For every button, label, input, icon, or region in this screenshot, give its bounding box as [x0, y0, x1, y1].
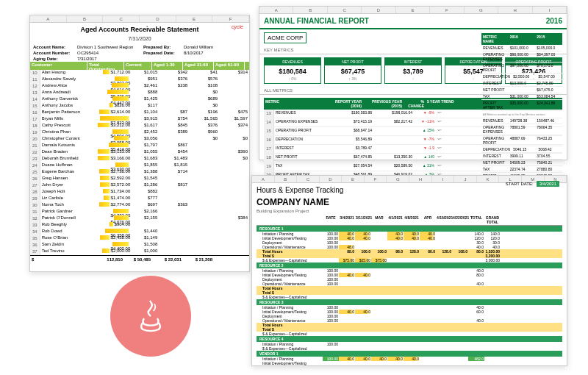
table-row[interactable]: 16Benjamin Patterson$2,614.00$1,104$87$1…	[30, 110, 249, 116]
side-row[interactable]: REVENUES$101,000.0$105,000.0	[481, 45, 562, 51]
table-header: RATE3/4/20213/11/2021MAR4/1/20214/8/2021…	[257, 215, 562, 226]
sheet-title: Aged Accounts Receivable Statement	[30, 23, 249, 36]
company-name[interactable]: ACME CORP	[264, 32, 306, 43]
table-row[interactable]: 23Deborah Brumfield$3,166.00$1,683$1,483…	[30, 156, 249, 162]
table-row[interactable]: 32Patrick O'Donnell$4,076.00$2,155$384	[30, 215, 249, 222]
sheet-date: 7/31/2020	[30, 36, 249, 44]
java-icon	[110, 276, 191, 357]
metric-card[interactable]: REVENUES$180,584↑ 0%	[264, 57, 321, 84]
side-row[interactable]: DEPRECIATION5046.155068.42	[481, 146, 562, 153]
table-row[interactable]: 33Rob Beeghly$904.00	[30, 222, 249, 229]
meta-row: Aging Date:7/31/2017	[30, 56, 249, 62]
table-row[interactable]: 19Christina Phan$4,504.00$2,452$389$960	[30, 129, 249, 136]
start-date: START DATE:3/4/2021	[506, 182, 559, 186]
side-row[interactable]: INTEREST3999.113704.55	[481, 153, 562, 160]
resource-header[interactable]: RESOURCE 3	[257, 299, 562, 305]
annual-financial-sheet: ABCDEFGHI ANNUAL FINANCIAL REPORT2016 AC…	[259, 6, 567, 160]
resource-header[interactable]: RESOURCE 2	[257, 262, 562, 268]
table-row[interactable]: 11Alexandre Savely$3,902.00$951$376$576	[30, 76, 249, 83]
table-row[interactable]: 22Dean Braden$3,133.00$1,055$454$390	[30, 149, 249, 156]
table-row[interactable]: 21Damala Kotsonis$5,414.00$1,797$867	[30, 143, 249, 149]
side-row[interactable]: INTEREST$13,000.0$2,745.80	[481, 80, 562, 87]
table-row[interactable]: 34Rob Dowd$6,358.00$1,440	[30, 229, 249, 235]
table-row[interactable]: 13Anna Andreadi$5,776.00$888$0	[30, 90, 249, 96]
resource-header[interactable]: RESOURCE 4	[257, 336, 562, 342]
table-row[interactable]: 10Alan Hwong$1,712.00$1,015$342$41$314	[30, 70, 249, 76]
side-row[interactable]: TAX22374.7427880.80	[481, 166, 562, 173]
table-row[interactable]: 29Liz Carlisle$1,474.00$777	[30, 196, 249, 202]
table-row[interactable]: 18Cathy Prescott$3,212.00$1,617$845$376$…	[30, 123, 249, 129]
side-row[interactable]: OPERATING EXPENSES$98,000.00$84,397.00	[481, 51, 562, 63]
table-row[interactable]: 36Sam Zeldin$4,400.00$1,508	[30, 242, 249, 249]
hours-expense-sheet: ABCDEFGHIJKLMN Hours & Expense Tracking …	[251, 175, 567, 366]
resource-header[interactable]: VENDOR 1	[257, 351, 562, 357]
side-row[interactable]: DEPRECIATION$2,500.00$5,547.00	[481, 74, 562, 80]
side-row[interactable]: REVENUES149728.38150487.46	[481, 118, 562, 124]
aged-accounts-sheet: ABCDEF cycle Aged Accounts Receivable St…	[29, 15, 250, 272]
table-header: Customer Total Outstanding Current Aged …	[30, 62, 249, 70]
side-row[interactable]: TAX$31,000.00$53,084.54	[481, 93, 562, 100]
data-row[interactable]: Initial Development/Testing	[257, 361, 562, 365]
table-row[interactable]: 15Anthony Jacobs$826.00$117$0	[30, 103, 249, 110]
side-row[interactable]: PROFIT AFTER TAX$35,000.00$24,341.88	[481, 100, 562, 111]
table-row[interactable]: 27John Dryer$2,572.00$1,286$817	[30, 182, 249, 189]
table-row[interactable]: 14Anthony Garverick$4,447.00$1,425$689	[30, 96, 249, 103]
side-row[interactable]: OPERATING EXPENSES78801.5978064.35	[481, 124, 562, 135]
table-row[interactable]: 25Eugene Barchas$2,736.00$1,388$714	[30, 169, 249, 176]
meta-row: Account Number:OC295414Prepared Date:8/1…	[30, 50, 249, 56]
resource-header[interactable]: RESOURCE 1	[257, 226, 562, 232]
column-headers: ABCDEFGHI	[259, 7, 567, 14]
table-row[interactable]: 20Christopher Conant$3,958.00$3,056$0$0	[30, 136, 249, 143]
table-row[interactable]: 28Joseph Holt$1,734.00$882	[30, 189, 249, 196]
metric-card[interactable]: INTEREST$3,789↑	[384, 57, 442, 84]
table-row[interactable]: 31Patrick Gardner$4,332.00$2,166	[30, 209, 249, 215]
table-row[interactable]: 17Bryan Mills$7,822.00$3,915$754$1,565$1…	[30, 116, 249, 123]
table-row[interactable]: 30Noma Toch$2,774.00$697$363	[30, 202, 249, 209]
company-name: COMPANY NAME	[252, 197, 567, 207]
side-row[interactable]: OPERATING PROFIT48887.6976433.25	[481, 135, 562, 146]
table-row[interactable]: 12Andrew Alice$4,614.00$2,461$238$108	[30, 83, 249, 90]
table-row[interactable]: 35Rose O'Brian$2,458.00$1,149	[30, 235, 249, 242]
table-row[interactable]: 24Duane Huffman$3,630.00$1,855$1,815	[30, 162, 249, 169]
metric-card[interactable]: NET PROFIT$67,475↑ 3%	[324, 57, 381, 84]
side-row[interactable]: NET PROFIT54509.2375840.21	[481, 160, 562, 166]
report-title: ANNUAL FINANCIAL REPORT2016	[259, 14, 567, 29]
table-row[interactable]: 26Greg Hansen$2,592.00$1,545	[30, 176, 249, 182]
side-metrics: METRIC NAME20162015 REVENUES$101,000.0$1…	[481, 33, 562, 184]
meta-row: Account Name:Division 1 Southwest Region…	[30, 44, 249, 50]
cycle-logo: cycle	[232, 24, 243, 29]
side-row[interactable]: NET PROFIT$67,475.0	[481, 87, 562, 93]
column-headers: ABCDEF	[30, 15, 249, 23]
side-row[interactable]: OPERATING PROFIT$97,000.00$70,173.0	[481, 63, 562, 74]
total-row: $ 112,810 $ 50,485 $ 22,031 $ 21,208	[30, 255, 249, 262]
project-name: Building Expansion Project	[252, 207, 567, 215]
table-row[interactable]: 37Ted Trevino$2,000.00$1,000	[30, 249, 249, 255]
